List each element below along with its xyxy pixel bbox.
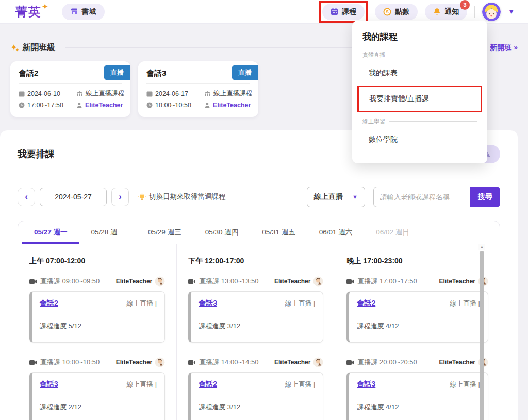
clock-icon <box>146 102 153 108</box>
camera-icon <box>346 279 354 284</box>
chevron-down-icon: ▼ <box>352 194 358 200</box>
slot-time: 直播課 13:00~13:50 <box>199 277 258 286</box>
slot-time: 直播課 09:00~09:50 <box>40 277 100 286</box>
courses-dropdown-menu: 我的課程 實體直播 我的課表 我要排實體/直播課 線上學習 數位學院 <box>352 21 487 163</box>
notifications-button[interactable]: 通知 3 <box>425 4 467 20</box>
scrollbar-thumb[interactable] <box>480 251 484 420</box>
tab-monday[interactable]: 05/27 週一 <box>22 221 79 244</box>
bookstore-button[interactable]: 書城 <box>62 4 105 20</box>
sparkle-icon: ✦ <box>42 2 48 11</box>
chevron-down-icon[interactable]: ▼ <box>508 8 515 15</box>
course-progress: 課程進度 3/12 <box>199 322 315 331</box>
menu-item-my-schedule[interactable]: 我的課表 <box>362 62 477 85</box>
course-mode: 線上直播 | <box>450 380 480 389</box>
card-divider <box>199 315 315 315</box>
course-slot: 直播課 10:00~10:50 EliteTeacher 會話3 線上直播 | … <box>29 357 165 420</box>
course-card[interactable]: 會話2 線上直播 | 課程進度 4/12 <box>346 291 488 343</box>
tab-sunday: 06/02 週日 <box>364 221 421 244</box>
course-link[interactable]: 會話2 <box>357 299 375 308</box>
teacher-avatar <box>313 357 323 367</box>
column-afternoon: 下午 12:00-17:00 直播課 13:00~13:50 EliteTeac… <box>176 244 335 420</box>
teacher-avatar <box>155 276 165 287</box>
courses-button[interactable]: 課程 <box>322 4 365 20</box>
svg-text:S: S <box>386 9 389 14</box>
course-card[interactable]: 會話2 線上直播 | 課程進度 3/12 <box>188 372 323 420</box>
class-date: 2024-06-10 <box>19 89 76 98</box>
period-label: 上午 07:00-12:00 <box>29 257 165 266</box>
section-divider <box>389 121 477 122</box>
course-slot: 直播課 13:00~13:50 EliteTeacher 會話3 線上直播 | … <box>188 276 323 343</box>
course-card[interactable]: 會話3 線上直播 | 課程進度 2/12 <box>29 372 165 420</box>
slot-time: 直播課 20:00~20:50 <box>357 358 417 367</box>
course-mode: 線上直播 | <box>126 380 157 389</box>
column-evening: 晚上 17:00-23:00 直播課 17:00~17:50 EliteTeac… <box>335 244 500 420</box>
teacher-link[interactable]: EliteTeacher <box>213 102 251 109</box>
school-icon <box>76 91 83 97</box>
teacher-link[interactable]: EliteTeacher <box>85 102 123 109</box>
course-link[interactable]: 會話3 <box>357 380 375 389</box>
course-slot: 直播課 14:00~14:50 EliteTeacher 會話2 線上直播 | … <box>188 357 323 420</box>
course-link[interactable]: 會話3 <box>199 299 217 308</box>
store-icon <box>70 8 78 15</box>
panel-divider <box>18 173 500 173</box>
menu-item-book-live-class[interactable]: 我要排實體/直播課 <box>357 86 482 112</box>
tab-saturday[interactable]: 06/01 週六 <box>307 221 365 244</box>
scheduler-title: 我要排課 <box>18 148 55 160</box>
search-button[interactable]: 搜尋 <box>470 187 500 207</box>
bell-icon <box>433 8 441 16</box>
notification-badge: 3 <box>460 0 470 10</box>
camera-icon <box>188 279 196 284</box>
app-logo[interactable]: 菁英 ✦ <box>15 4 48 20</box>
course-card[interactable]: 會話2 線上直播 | 課程進度 5/12 <box>29 291 165 343</box>
course-type-select[interactable]: 線上直播 ▼ <box>307 187 365 207</box>
prev-week-button[interactable]: ‹ <box>18 188 35 206</box>
search-input[interactable] <box>373 187 470 207</box>
course-link[interactable]: 會話2 <box>199 380 217 389</box>
calendar-icon <box>146 91 153 97</box>
class-card[interactable]: 直播 會話3 2024-06-17 線上直播課程 10:00~10:50 Eli <box>138 61 258 117</box>
camera-icon <box>29 279 37 284</box>
courses-highlight-box: 課程 <box>319 1 368 23</box>
course-slot: 直播課 20:00~20:50 EliteTeacher 會話3 線上直播 | … <box>346 357 488 420</box>
card-divider <box>357 396 480 396</box>
topbar-divider <box>474 6 475 18</box>
course-slot: 直播課 09:00~09:50 EliteTeacher 會話2 線上直播 | … <box>29 276 165 343</box>
menu-item-digital-academy[interactable]: 數位學院 <box>362 128 477 151</box>
course-progress: 課程進度 3/12 <box>199 402 315 412</box>
card-divider <box>40 315 157 315</box>
points-label: 點數 <box>395 7 409 16</box>
weekly-schedule: 05/27 週一 05/28 週二 05/29 週三 05/30 週四 05/3… <box>18 221 500 420</box>
next-week-button[interactable]: › <box>111 188 129 206</box>
period-label: 下午 12:00-17:00 <box>188 257 323 266</box>
card-divider <box>199 396 315 396</box>
tab-friday[interactable]: 05/31 週五 <box>250 221 307 244</box>
calendar-icon <box>19 91 25 97</box>
coin-icon: S <box>383 8 391 16</box>
course-link[interactable]: 會話2 <box>40 299 58 308</box>
scrollbar-up-arrow[interactable]: ▲ <box>478 244 485 250</box>
points-button[interactable]: S 點數 <box>375 4 418 20</box>
schedule-scrollbar[interactable]: ▲ <box>478 244 485 420</box>
course-card[interactable]: 會話3 線上直播 | 課程進度 4/12 <box>346 372 488 420</box>
course-card[interactable]: 會話3 線上直播 | 課程進度 3/12 <box>188 291 323 343</box>
avatar-image <box>482 3 501 21</box>
new-classes-title: 新開班級 <box>22 42 55 53</box>
live-badge: 直播 <box>232 65 258 80</box>
slot-time: 直播課 14:00~14:50 <box>199 358 258 367</box>
person-icon <box>204 102 210 108</box>
course-mode: 線上直播 | <box>450 299 480 308</box>
live-badge: 直播 <box>104 65 130 80</box>
date-input[interactable] <box>40 188 107 206</box>
course-mode: 線上直播 | <box>126 299 157 308</box>
more-new-classes-link[interactable]: 新開班 » <box>490 43 518 53</box>
tab-tuesday[interactable]: 05/28 週二 <box>79 221 137 244</box>
school-icon <box>204 91 211 97</box>
tab-wednesday[interactable]: 05/29 週三 <box>136 221 193 244</box>
class-card[interactable]: 直播 會話2 2024-06-10 線上直播課程 17:00~17:50 Eli <box>10 61 130 117</box>
tab-thursday[interactable]: 05/30 週四 <box>193 221 251 244</box>
date-tip: 切換日期來取得當週課程 <box>138 192 226 201</box>
slot-teacher: EliteTeacher <box>274 357 323 367</box>
course-link[interactable]: 會話3 <box>40 380 58 389</box>
clock-icon <box>19 102 25 108</box>
avatar[interactable] <box>482 3 501 21</box>
